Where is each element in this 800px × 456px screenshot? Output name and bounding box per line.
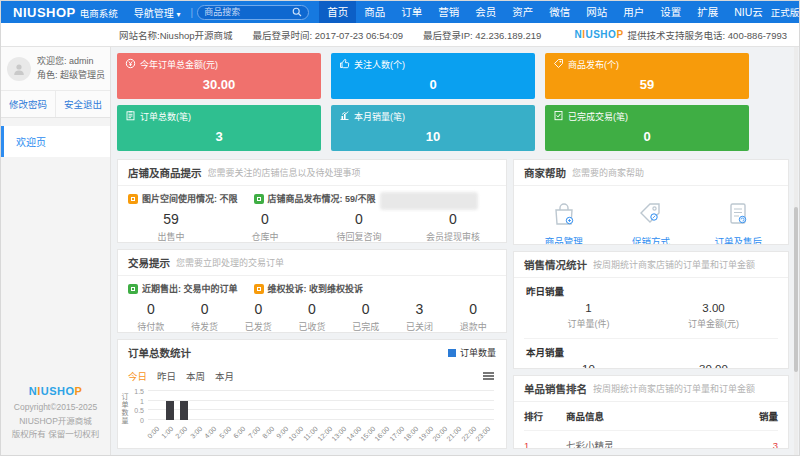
- menu-item-extensions[interactable]: 扩展: [689, 1, 726, 23]
- tab-this-week[interactable]: 本周: [186, 369, 205, 383]
- card-value: 0: [553, 129, 741, 144]
- help-item-label: 促销方式: [607, 234, 694, 245]
- chart-legend[interactable]: 订单数量: [448, 346, 496, 359]
- x-tick-label: 12:00: [316, 425, 333, 442]
- chart-plot: 00.511.5: [148, 391, 494, 420]
- product-search[interactable]: [197, 5, 309, 20]
- tab-yesterday[interactable]: 昨日: [157, 369, 176, 383]
- menu-item-orders[interactable]: 订单: [393, 1, 430, 23]
- stat-received[interactable]: 0已收货: [285, 301, 339, 333]
- sidebar: 欢迎您: admin 角色: 超级管理员 修改密码 安全退出 欢迎页 NIUSH…: [1, 47, 111, 455]
- menu-item-marketing[interactable]: 营销: [430, 1, 467, 23]
- table-row[interactable]: 1 七彩小精灵 3: [524, 431, 778, 449]
- app-logo[interactable]: NIUSHOP 电商系统: [1, 5, 128, 20]
- price-tag-icon: [607, 196, 694, 228]
- stat-value: 0: [339, 301, 393, 317]
- tab-this-month[interactable]: 本月: [215, 369, 234, 383]
- image-space-icon: [128, 194, 138, 204]
- stat-label: 待回复咨询: [312, 230, 406, 243]
- sidebar-item-welcome[interactable]: 欢迎页: [1, 126, 110, 157]
- stat-label: 待付款: [124, 320, 178, 333]
- vertical-scrollbar[interactable]: [794, 47, 798, 455]
- menu-item-members[interactable]: 会员: [467, 1, 504, 23]
- card-total-orders[interactable]: 订单总数(笔) 3: [117, 105, 321, 151]
- stat-value: 1: [526, 302, 651, 314]
- card-value: 30.00: [125, 77, 313, 92]
- shop-tips-header: 店铺及商品提示 您需要关注的店铺信息以及待处理事项: [118, 160, 506, 186]
- x-tick-label: 10:00: [287, 425, 304, 442]
- panel-subtitle: 您需要关注的店铺信息以及待处理事项: [208, 166, 361, 179]
- stat-label: 会员提现审核: [406, 230, 500, 243]
- card-month-sales[interactable]: 本月销量(笔) 10: [331, 105, 535, 151]
- nav-manage-dropdown[interactable]: 导航管理 ▾: [128, 5, 187, 20]
- chart-menu-icon[interactable]: [481, 370, 496, 382]
- footer-logo: NIUSHOP: [1, 385, 110, 397]
- search-input[interactable]: [204, 7, 292, 17]
- y-tick-label: 0: [140, 417, 144, 424]
- support-phone: 提供技术支持服务电话: 400-886-7993: [628, 28, 787, 42]
- stat-refunding[interactable]: 0退款中: [446, 301, 500, 333]
- x-tick-label: 21:00: [446, 425, 463, 442]
- stat-pending-inquiries[interactable]: 0待回复咨询: [312, 211, 406, 243]
- change-password-button[interactable]: 修改密码: [1, 91, 55, 117]
- panel-subtitle: 您需要的商家帮助: [572, 166, 644, 179]
- card-goods-published[interactable]: 商品发布(个) 59: [545, 53, 749, 99]
- sales-month-section: 本月销量 10订单量(件) 30.00订单金额(元): [514, 339, 788, 369]
- sidebar-footer: NIUSHOP Copyright©2015-2025 NIUSHOP开源商城 …: [1, 385, 110, 455]
- menu-item-assets[interactable]: 资产: [504, 1, 541, 23]
- card-year-order-amount[interactable]: 今年订单总金额(元) 30.00: [117, 53, 321, 99]
- menu-item-goods[interactable]: 商品: [356, 1, 393, 23]
- chart-area: 00.511.5 0:001:002:003:004:005:006:007:0…: [148, 391, 494, 446]
- menu-item-website[interactable]: 网站: [578, 1, 615, 23]
- stat-completed[interactable]: 0已完成: [339, 301, 393, 333]
- menu-item-home[interactable]: 首页: [319, 1, 356, 23]
- trade-tips-header: 交易提示 您需要立即处理的交易订单: [118, 250, 506, 276]
- main-content: 今年订单总金额(元) 30.00 关注人数(个) 0 商品发布(个) 59 订单…: [111, 47, 799, 455]
- avatar: [7, 57, 31, 81]
- x-tick-label: 1:00: [160, 425, 175, 440]
- product-ranking-panel: 单品销售排名 按周期统计商家店铺的订单量和订单金额 排行 商品信息 销量 1 七…: [513, 375, 789, 449]
- menu-item-niucloud[interactable]: NIU云: [726, 1, 771, 23]
- stat-value: 3: [393, 301, 447, 317]
- support-logo: NIUSHOP: [574, 29, 623, 40]
- scrollbar-thumb[interactable]: [794, 207, 798, 372]
- y-tick-label: 1: [140, 398, 144, 405]
- panel-subtitle: 按周期统计商家店铺的订单量和订单金额: [593, 382, 755, 395]
- copyright-line-2: NIUSHOP开源商城: [1, 415, 110, 428]
- menu-item-settings[interactable]: 设置: [652, 1, 689, 23]
- order-doc-icon: [695, 196, 782, 228]
- chart-bar[interactable]: [180, 401, 188, 420]
- search-icon[interactable]: [292, 7, 302, 17]
- stat-withdraw-review[interactable]: 0会员提现审核: [406, 211, 500, 243]
- order-chart-panel: 订单总数统计 订单数量 今日 昨日 本周 本月 订单数量 00.511.5: [117, 339, 507, 449]
- legend-swatch: [448, 349, 456, 357]
- section-heading: 本月销量: [526, 345, 776, 359]
- menu-item-users[interactable]: 用户: [615, 1, 652, 23]
- card-completed-trades[interactable]: 已完成交易(笔) 0: [545, 105, 749, 151]
- stat-pending-payment[interactable]: 0待付款: [124, 301, 178, 333]
- panel-title: 单品销售排名: [524, 381, 587, 396]
- chart-bar[interactable]: [166, 401, 174, 420]
- stat-pending-shipment[interactable]: 0待发货: [178, 301, 232, 333]
- stat-in-warehouse[interactable]: 0仓库中: [218, 211, 312, 243]
- recent-sales-note: 近期售出: 交易中的订单: [128, 282, 238, 295]
- niushop-admin-dashboard: NIUSHOP 电商系统 导航管理 ▾ | 首页 商品 订单 营销 会员 资产 …: [0, 0, 800, 456]
- goods-publish-icon: [254, 194, 264, 204]
- logo-subtitle: 电商系统: [80, 6, 118, 20]
- stat-label: 已收货: [285, 320, 339, 333]
- menu-item-wechat[interactable]: 微信: [541, 1, 578, 23]
- panel-subtitle: 您需要立即处理的交易订单: [176, 256, 284, 269]
- x-tick-label: 2:00: [174, 425, 189, 440]
- stat-closed[interactable]: 3已关闭: [393, 301, 447, 333]
- logout-button[interactable]: 安全退出: [55, 91, 110, 117]
- help-goods-management[interactable]: 商品管理: [520, 196, 607, 245]
- help-orders-aftersale[interactable]: 订单及售后: [695, 196, 782, 245]
- tab-today[interactable]: 今日: [128, 369, 147, 383]
- legend-label: 订单数量: [460, 346, 496, 359]
- site-name: 网站名称:Niushop开源商城: [119, 28, 233, 42]
- stat-shipped[interactable]: 0已发货: [231, 301, 285, 333]
- help-promotions[interactable]: 促销方式: [607, 196, 694, 245]
- stat-on-sale[interactable]: 59出售中: [124, 211, 218, 243]
- x-tick-label: 6:00: [232, 425, 247, 440]
- card-followers[interactable]: 关注人数(个) 0: [331, 53, 535, 99]
